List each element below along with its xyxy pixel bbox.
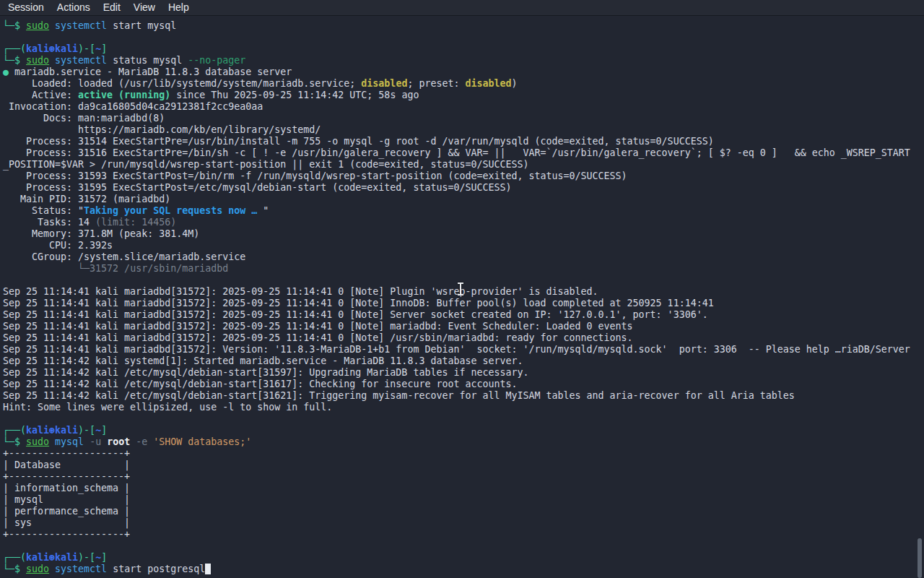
text-segment: systemctl [55,55,107,66]
terminal-line: ┌──(kali⊛kali)-[~] [3,552,924,564]
terminal-line: Sep 25 11:14:41 kali mariadbd[31572]: 20… [3,321,924,332]
text-segment: ; preset: [407,78,465,89]
text-segment: Process: 31514 ExecStartPre=/usr/bin/ins… [3,136,714,147]
terminal-line: https://mariadb.com/kb/en/library/system… [3,124,924,136]
terminal-line: Sep 25 11:14:41 kali mariadbd[31572]: 20… [3,332,924,344]
terminal-line: Status: "Taking your SQL requests now … … [3,205,924,217]
terminal-line [3,32,924,43]
text-segment: systemctl [55,564,107,574]
text-segment: Invocation: da9ca16805d04ca2912381f2cc9e… [3,101,263,112]
terminal-line: | information_schema | [3,483,924,494]
text-segment: CGroup: /system.slice/mariadb.service [3,251,245,262]
text-segment: ] [101,425,107,436]
terminal-line: └─$ sudo mysql -u root -e 'SHOW database… [3,436,924,448]
text-segment: └─$ [3,20,26,31]
text-segment: Sep 25 11:14:41 kali mariadbd[31572]: Ve… [3,344,910,355]
text-segment: ┌──( [3,425,26,436]
terminal-line: ┌──(kali⊛kali)-[~] [3,43,924,55]
terminal-line: Memory: 371.8M (peak: 381.4M) [3,228,924,240]
text-segment: Loaded: loaded (/usr/lib/systemd/system/… [3,78,361,89]
terminal-line: +--------------------+ [3,471,924,483]
terminal-line: Sep 25 11:14:42 kali /etc/mysql/debian-s… [3,379,924,390]
terminal-line: Invocation: da9ca16805d04ca2912381f2cc9e… [3,101,924,113]
terminal-output[interactable]: └─$ sudo systemctl start mysql┌──(kali⊛k… [0,16,924,578]
menu-item-view[interactable]: View [127,0,162,15]
text-segment: | performance_schema | [3,506,130,517]
text-segment: └─31572 /usr/sbin/mariadbd [78,263,228,274]
text-segment [49,55,55,66]
text-segment: start mysql [107,20,176,31]
terminal-line: ┌──(kali⊛kali)-[~] [3,425,924,436]
menu-item-edit[interactable]: Edit [97,0,127,15]
text-segment: --no-pager [188,55,245,66]
text-segment: 'SHOW databases;' [153,436,251,447]
text-segment: Process: 31595 ExecStartPost=/etc/mysql/… [3,182,511,193]
text-segment: kali⊛kali [26,43,78,54]
text-segment: " [263,205,269,216]
text-segment: sudo [26,55,49,66]
text-segment: since Thu 2025-09-25 11:14:42 UTC; 58s a… [170,90,419,100]
text-segment: Sep 25 11:14:41 kali mariadbd[31572]: 20… [3,332,633,343]
terminal-line: └─31572 /usr/sbin/mariadbd [3,263,924,275]
terminal-line: Process: 31593 ExecStartPost=/bin/rm -f … [3,171,924,182]
menu-item-actions[interactable]: Actions [51,0,97,15]
terminal-line: | sys | [3,517,924,529]
text-segment: └─$ [3,55,26,66]
text-segment: | Database | [3,460,130,470]
text-segment: mariadb.service - MariaDB 11.8.3 databas… [9,66,292,77]
terminal-line: Main PID: 31572 (mariadbd) [3,194,924,205]
terminal-line: CPU: 2.392s [3,240,924,251]
terminal-line: _POSITION=$VAR > /run/mysqld/wsrep-start… [3,159,924,171]
terminal-caret [205,564,211,574]
text-segment [49,436,55,447]
text-segment: disabled [465,78,511,89]
text-segment: Sep 25 11:14:42 kali systemd[1]: Started… [3,355,523,366]
menu-bar: Session Actions Edit View Help [0,0,924,16]
terminal-line: | performance_schema | [3,506,924,517]
text-segment: sudo [26,20,49,31]
menu-item-session[interactable]: Session [1,0,51,15]
text-segment [130,436,136,447]
text-segment [3,263,78,274]
scrollbar-thumb[interactable] [918,538,922,578]
text-segment: -e [136,436,147,447]
terminal-line [3,275,924,286]
terminal-line: Sep 25 11:14:41 kali mariadbd[31572]: 20… [3,286,924,298]
text-segment: ~ [95,43,101,54]
terminal-line: ● mariadb.service - MariaDB 11.8.3 datab… [3,66,924,78]
text-segment: Memory: 371.8M (peak: 381.4M) [3,228,199,239]
text-segment: (limit: 14456) [95,217,176,228]
text-segment: https://mariadb.com/kb/en/library/system… [3,124,321,135]
terminal-line: | mysql | [3,494,924,506]
menu-item-help[interactable]: Help [162,0,196,15]
text-segment: ● [3,66,9,77]
text-segment: CPU: 2.392s [3,240,113,251]
text-segment: Status: " [3,205,84,216]
terminal-line: +--------------------+ [3,529,924,540]
text-segment: Sep 25 11:14:41 kali mariadbd[31572]: 20… [3,298,714,309]
text-segment: ~ [95,552,101,563]
terminal-line: Active: active (running) since Thu 2025-… [3,90,924,101]
text-segment: kali⊛kali [26,425,78,436]
text-segment: Sep 25 11:14:41 kali mariadbd[31572]: 20… [3,286,598,297]
terminal-line: CGroup: /system.slice/mariadb.service [3,251,924,263]
text-segment: active (running) [78,90,170,100]
text-segment: ] [101,43,107,54]
terminal-line: └─$ sudo systemctl status mysql --no-pag… [3,55,924,66]
terminal-line: Sep 25 11:14:42 kali /etc/mysql/debian-s… [3,367,924,379]
text-segment: Sep 25 11:14:41 kali mariadbd[31572]: 20… [3,309,708,320]
text-segment: status mysql [107,55,188,66]
text-segment [49,20,55,31]
text-segment: ┌──( [3,43,26,54]
text-segment: _POSITION=$VAR > /run/mysqld/wsrep-start… [3,159,529,170]
text-segment: └─$ [3,436,26,447]
text-segment: Sep 25 11:14:42 kali /etc/mysql/debian-s… [3,390,795,401]
terminal-line: Docs: man:mariadbd(8) [3,113,924,124]
text-segment: )-[ [78,552,95,563]
text-segment: sudo [26,564,49,574]
terminal-line: └─$ sudo systemctl start postgresql [3,564,924,575]
text-segment: systemctl [55,20,107,31]
terminal-line: Process: 31595 ExecStartPost=/etc/mysql/… [3,182,924,194]
text-segment [84,436,90,447]
text-segment: Sep 25 11:14:42 kali /etc/mysql/debian-s… [3,367,529,378]
